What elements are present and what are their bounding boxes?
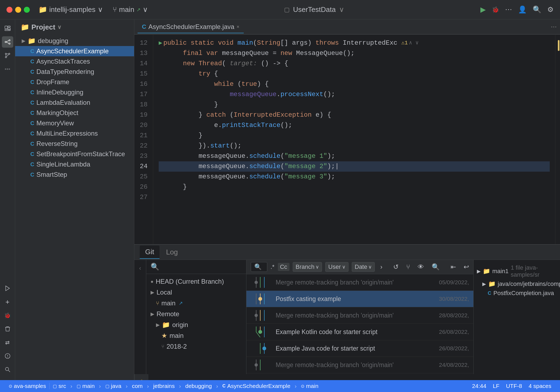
eye-icon[interactable]: 👁 bbox=[415, 262, 426, 272]
svg-point-16 bbox=[5, 367, 9, 371]
tab-close-button[interactable]: × bbox=[236, 24, 239, 30]
git-commit-search[interactable]: 🔍 bbox=[251, 262, 267, 272]
branch-icon: ⑂ bbox=[113, 5, 117, 14]
square-icon: ▢ bbox=[77, 384, 81, 389]
search-icon[interactable]: 🔍 bbox=[533, 5, 541, 14]
statusbar-src[interactable]: ▢ src bbox=[50, 380, 69, 392]
sidebar-arrow-icon[interactable]: ⇄ bbox=[2, 337, 13, 348]
statusbar-java[interactable]: ▢ java bbox=[102, 380, 125, 392]
date-filter[interactable]: Date ∨ bbox=[352, 262, 375, 272]
git-origin-2018[interactable]: ⑂ 2018-2 bbox=[146, 341, 246, 352]
statusbar-lf[interactable]: LF bbox=[490, 380, 503, 392]
more-tabs-icon[interactable]: ⋯ bbox=[551, 23, 557, 30]
statusbar-com[interactable]: com bbox=[129, 380, 146, 392]
git-detail-expand[interactable]: ▶ 📁 main1 1 file java-samples/sr bbox=[477, 263, 557, 279]
commit-row-6[interactable]: Merge remote-tracking branch 'origin/mai… bbox=[246, 357, 473, 373]
sidebar-search-icon[interactable] bbox=[2, 364, 13, 375]
refresh-icon[interactable]: ↺ bbox=[391, 262, 401, 272]
commit-row-7[interactable]: Upgrading JUnit 16/08/2022, bbox=[246, 373, 473, 374]
tree-item-multiline[interactable]: C MultiLineExpressions bbox=[15, 128, 134, 139]
more-button[interactable]: ⋯ bbox=[505, 5, 512, 14]
tree-item-async-scheduler[interactable]: C AsyncSchedulerExample bbox=[15, 46, 134, 56]
tree-item-lambda[interactable]: C LambdaEvaluation bbox=[15, 97, 134, 108]
git-detail-sub[interactable]: ▶ 📁 java/com/jetbrains/compl bbox=[477, 279, 557, 289]
sidebar-more-icon[interactable]: ••• bbox=[2, 63, 13, 75]
code-line-21: } bbox=[159, 130, 550, 141]
tree-item-setbreakpoint[interactable]: C SetBreakpointFromStackTrace bbox=[15, 149, 134, 159]
user-filter[interactable]: User ∨ bbox=[325, 262, 348, 272]
commit-row-1[interactable]: Merge remote-tracking branch 'origin/mai… bbox=[246, 274, 473, 291]
git-origin-folder[interactable]: ▶ 📁 origin bbox=[146, 319, 246, 330]
git-detail-file[interactable]: C PostfixCompletion.java bbox=[477, 289, 557, 298]
code-line-13: final var messageQueue = new MessageQueu… bbox=[159, 48, 550, 58]
run-gutter-icon[interactable]: ▶ bbox=[159, 39, 162, 48]
git-local-main[interactable]: ⑂ main ↗ bbox=[146, 298, 246, 309]
branch-filter[interactable]: Branch ∨ bbox=[293, 262, 322, 272]
tree-item-marking[interactable]: C MarkingObject bbox=[15, 108, 134, 118]
editor-tab-async[interactable]: C AsyncSchedulerExample.java × bbox=[138, 21, 244, 33]
sidebar-add-icon[interactable]: + bbox=[2, 296, 13, 308]
sidebar-run-icon[interactable] bbox=[2, 283, 13, 294]
line-num-12: 12 bbox=[134, 38, 150, 48]
tree-item-debugging[interactable]: ▶ 📁 debugging bbox=[15, 36, 134, 46]
account-icon[interactable]: 👤 bbox=[518, 5, 527, 14]
settings-icon[interactable]: ⚙ bbox=[547, 5, 554, 14]
sidebar-git-icon[interactable] bbox=[2, 50, 13, 61]
editor-scrollbar[interactable] bbox=[555, 35, 560, 244]
tab-log[interactable]: Log bbox=[161, 246, 183, 259]
sidebar-delete-icon[interactable] bbox=[2, 323, 13, 335]
chevron-down-icon: ∨ bbox=[143, 5, 148, 14]
regex-option[interactable]: .* bbox=[271, 263, 275, 270]
commit-row-4[interactable]: Example Kotlin code for starter script 2… bbox=[246, 324, 473, 340]
class-icon: C bbox=[30, 120, 34, 126]
git-origin-main[interactable]: ★ main bbox=[146, 330, 246, 341]
sidebar-project-icon[interactable] bbox=[2, 23, 13, 34]
commit-row-3[interactable]: Merge remote-tracking branch 'origin/mai… bbox=[246, 307, 473, 324]
statusbar-debugging[interactable]: debugging bbox=[182, 380, 215, 392]
statusbar-classname[interactable]: C AsyncSchedulerExample bbox=[219, 380, 294, 392]
commit-row-2[interactable]: Postfix casting example 30/08/2022, bbox=[246, 291, 473, 307]
sidebar-problems-icon[interactable] bbox=[2, 350, 13, 362]
git-local-group[interactable]: ▶ Local bbox=[146, 287, 246, 298]
more-filters-icon[interactable]: › bbox=[378, 262, 385, 272]
sidebar-debug-icon[interactable]: 🐞 bbox=[2, 310, 13, 321]
tree-item-datatype[interactable]: C DataTypeRendering bbox=[15, 67, 134, 77]
git-search-input[interactable] bbox=[161, 263, 242, 271]
branch-selector[interactable]: ⑂ main ↗ ∨ bbox=[113, 5, 148, 14]
case-option[interactable]: Cc bbox=[278, 263, 289, 271]
collapse-button[interactable]: ‹ bbox=[138, 263, 143, 273]
statusbar-jetbrains[interactable]: jetbrains bbox=[150, 380, 178, 392]
git-remote-group[interactable]: ▶ Remote bbox=[146, 309, 246, 319]
tree-item-single[interactable]: C SingleLineLambda bbox=[15, 159, 134, 169]
editor-area[interactable]: 12 13 14 15 16 17 18 19 20 21 22 23 24 2… bbox=[134, 35, 560, 244]
tree-item-reverse[interactable]: C ReverseString bbox=[15, 139, 134, 149]
fork-icon[interactable]: ⑂ bbox=[404, 262, 412, 272]
statusbar-charset[interactable]: UTF-8 bbox=[503, 380, 525, 392]
undo-icon[interactable]: ↩ bbox=[461, 262, 471, 272]
code-content[interactable]: ▶ public static void main(String[] args)… bbox=[153, 35, 555, 244]
close-button[interactable] bbox=[6, 7, 12, 13]
cherry-pick-icon[interactable]: ⇤ bbox=[448, 262, 458, 272]
sidebar-structure-icon[interactable] bbox=[2, 36, 13, 48]
expand-icon: ▶ bbox=[482, 281, 486, 287]
run-button[interactable]: ▶ bbox=[480, 5, 486, 14]
tree-item-smartstep[interactable]: C SmartStep bbox=[15, 169, 134, 180]
minimize-button[interactable] bbox=[15, 7, 21, 13]
statusbar-project[interactable]: ⊙ ava-samples bbox=[5, 380, 49, 392]
maximize-button[interactable] bbox=[24, 7, 30, 13]
git-head[interactable]: ● HEAD (Current Branch) bbox=[146, 276, 246, 287]
debug-button[interactable]: 🐞 bbox=[492, 6, 499, 13]
commit-row-5[interactable]: Example Java code for starter script 26/… bbox=[246, 340, 473, 357]
statusbar-branch[interactable]: ⊙ main bbox=[298, 380, 322, 392]
statusbar-main[interactable]: ▢ main bbox=[73, 380, 98, 392]
statusbar-indent[interactable]: 4 spaces bbox=[525, 380, 555, 392]
tree-item-inline[interactable]: C InlineDebugging bbox=[15, 87, 134, 97]
tree-item-dropframe[interactable]: C DropFrame bbox=[15, 77, 134, 87]
tree-item-async-stack[interactable]: C AsyncStackTraces bbox=[15, 56, 134, 67]
tree-item-memory[interactable]: C MemoryView bbox=[15, 118, 134, 128]
project-name[interactable]: 📁 intellij-samples ∨ bbox=[38, 5, 103, 14]
find-icon[interactable]: 🔍 bbox=[429, 262, 442, 272]
tab-git[interactable]: Git bbox=[140, 246, 159, 259]
statusbar-position[interactable]: 24:44 bbox=[469, 380, 490, 392]
expand-icon: ▶ bbox=[156, 322, 160, 328]
